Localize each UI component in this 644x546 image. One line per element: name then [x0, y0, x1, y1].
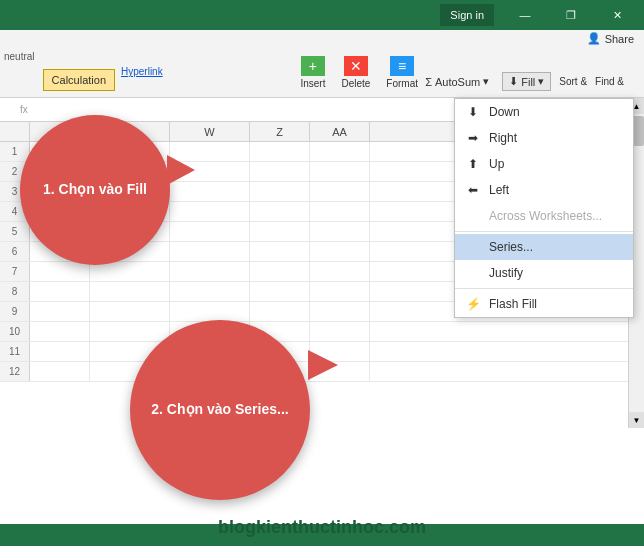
cell-w5[interactable]	[170, 222, 250, 241]
cell-w8[interactable]	[170, 282, 250, 301]
cell-z7[interactable]	[250, 262, 310, 281]
menu-item-up[interactable]: ⬆ Up	[455, 151, 633, 177]
menu-item-down[interactable]: ⬇ Down	[455, 99, 633, 125]
callout-series-text: 2. Chọn vào Series...	[137, 386, 302, 434]
watermark: blogkienthuctinhoc.com	[0, 517, 644, 538]
cell-w9[interactable]	[170, 302, 250, 321]
col-header-z[interactable]: Z	[250, 122, 310, 141]
callout-fill: 1. Chọn vào Fill	[20, 115, 170, 265]
cell-aa9[interactable]	[310, 302, 370, 321]
menu-item-series[interactable]: Series...	[455, 234, 633, 260]
col-header-w[interactable]: W	[170, 122, 250, 141]
cell-z9[interactable]	[250, 302, 310, 321]
format-button[interactable]: ≡ Format	[380, 54, 424, 91]
row-number: 9	[0, 302, 30, 321]
cell-w7[interactable]	[170, 262, 250, 281]
cell-z5[interactable]	[250, 222, 310, 241]
justify-icon	[465, 265, 481, 281]
row-number: 11	[0, 342, 30, 361]
fill-dropdown-icon[interactable]: ▾	[538, 75, 544, 88]
format-icon: ≡	[390, 56, 414, 76]
callout-series: 2. Chọn vào Series...	[130, 320, 310, 500]
delete-button[interactable]: ✕ Delete	[335, 54, 376, 91]
cell-w4[interactable]	[170, 202, 250, 221]
table-row: 10	[0, 322, 644, 342]
cell-z4[interactable]	[250, 202, 310, 221]
share-button[interactable]: 👤 Share	[587, 32, 634, 45]
cell-aa8[interactable]	[310, 282, 370, 301]
insert-icon: +	[301, 56, 325, 76]
row-number: 8	[0, 282, 30, 301]
row-number: 12	[0, 362, 30, 381]
cell-aa10[interactable]	[310, 322, 370, 341]
cell-aa3[interactable]	[310, 182, 370, 201]
title-bar: Sign in — ❐ ✕	[0, 0, 644, 30]
row-number: 7	[0, 262, 30, 281]
menu-item-flash-fill[interactable]: ⚡ Flash Fill	[455, 291, 633, 317]
cell-r8[interactable]	[30, 282, 90, 301]
cell-w6[interactable]	[170, 242, 250, 261]
cell-r12[interactable]	[30, 362, 90, 381]
fill-button[interactable]: ⬇ Fill ▾	[502, 72, 551, 91]
cell-v7[interactable]	[90, 262, 170, 281]
across-worksheets-icon	[465, 208, 481, 224]
flash-fill-icon: ⚡	[465, 296, 481, 312]
share-section: 👤 Share	[587, 32, 634, 45]
ribbon: neutral Calculation Hyperlink + Insert ✕…	[0, 30, 644, 98]
menu-divider	[455, 231, 633, 232]
formula-bar-separator: fx	[16, 104, 32, 115]
row-number-header	[0, 122, 30, 141]
cell-r11[interactable]	[30, 342, 90, 361]
cell-z8[interactable]	[250, 282, 310, 301]
left-icon: ⬅	[465, 182, 481, 198]
menu-item-across-worksheets[interactable]: Across Worksheets...	[455, 203, 633, 229]
cell-z3[interactable]	[250, 182, 310, 201]
cell-r10[interactable]	[30, 322, 90, 341]
right-icon: ➡	[465, 130, 481, 146]
series-icon	[465, 239, 481, 255]
calculation-style[interactable]: Calculation	[43, 69, 115, 91]
delete-icon: ✕	[344, 56, 368, 76]
col-header-aa[interactable]: AA	[310, 122, 370, 141]
cell-aa6[interactable]	[310, 242, 370, 261]
scroll-down-arrow[interactable]: ▼	[629, 412, 645, 428]
idf-group: + Insert ✕ Delete ≡ Format	[294, 54, 424, 91]
cell-z6[interactable]	[250, 242, 310, 261]
minimize-button[interactable]: —	[502, 0, 548, 30]
sort-button[interactable]: Sort &	[559, 76, 587, 87]
up-icon: ⬆	[465, 156, 481, 172]
cell-aa2[interactable]	[310, 162, 370, 181]
neutral-label: neutral	[4, 51, 35, 62]
insert-button[interactable]: + Insert	[294, 54, 331, 91]
callout-fill-text: 1. Chọn vào Fill	[33, 170, 157, 210]
row-number: 10	[0, 322, 30, 341]
cell-aa1[interactable]	[310, 142, 370, 161]
cell-r9[interactable]	[30, 302, 90, 321]
down-icon: ⬇	[465, 104, 481, 120]
row-number: 5	[0, 222, 30, 241]
autosum-button[interactable]: Σ AutoSum ▾	[420, 72, 494, 91]
menu-item-left[interactable]: ⬅ Left	[455, 177, 633, 203]
close-button[interactable]: ✕	[594, 0, 640, 30]
cell-r7[interactable]	[30, 262, 90, 281]
cell-z2[interactable]	[250, 162, 310, 181]
ribbon-tools: Σ AutoSum ▾ ⬇ Fill ▾ Sort & Find &	[420, 72, 624, 91]
find-button[interactable]: Find &	[595, 76, 624, 87]
hyperlink-label[interactable]: Hyperlink	[121, 66, 163, 77]
menu-item-right[interactable]: ➡ Right	[455, 125, 633, 151]
cell-v8[interactable]	[90, 282, 170, 301]
cell-z1[interactable]	[250, 142, 310, 161]
cell-v10[interactable]	[90, 322, 170, 341]
row-number: 6	[0, 242, 30, 261]
restore-button[interactable]: ❐	[548, 0, 594, 30]
cell-v9[interactable]	[90, 302, 170, 321]
fill-icon: ⬇	[509, 75, 518, 88]
cell-aa4[interactable]	[310, 202, 370, 221]
menu-divider-2	[455, 288, 633, 289]
cell-aa5[interactable]	[310, 222, 370, 241]
menu-item-justify[interactable]: Justify	[455, 260, 633, 286]
sign-in-button[interactable]: Sign in	[440, 4, 494, 26]
cell-aa7[interactable]	[310, 262, 370, 281]
autosum-dropdown-icon[interactable]: ▾	[483, 75, 489, 88]
sigma-icon: Σ	[425, 76, 432, 88]
